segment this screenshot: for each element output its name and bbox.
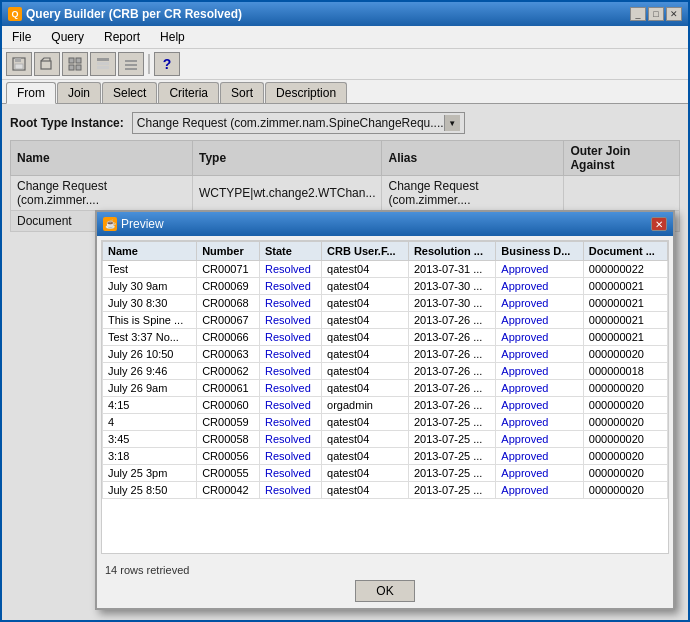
preview-cell-name: July 25 3pm — [103, 465, 197, 482]
preview-cell-crb_user: qatest04 — [322, 295, 409, 312]
tab-sort[interactable]: Sort — [220, 82, 264, 103]
preview-cell-name: 4:15 — [103, 397, 197, 414]
preview-cell-number: CR00062 — [197, 363, 260, 380]
dialog-close-button[interactable]: ✕ — [651, 217, 667, 231]
preview-cell-crb_user: qatest04 — [322, 414, 409, 431]
preview-col-number: Number — [197, 242, 260, 261]
save-toolbar-button[interactable] — [6, 52, 32, 76]
menu-bar: File Query Report Help — [2, 26, 688, 49]
preview-cell-resolution: 2013-07-26 ... — [408, 312, 495, 329]
tab-join[interactable]: Join — [57, 82, 101, 103]
preview-cell-crb_user: qatest04 — [322, 363, 409, 380]
preview-cell-number: CR00056 — [197, 448, 260, 465]
dialog-footer: 14 rows retrieved OK — [97, 558, 673, 608]
table-toolbar-button[interactable] — [90, 52, 116, 76]
preview-cell-resolution: 2013-07-25 ... — [408, 465, 495, 482]
preview-table-row[interactable]: This is Spine ...CR00067Resolvedqatest04… — [103, 312, 668, 329]
preview-table-row[interactable]: July 26 10:50CR00063Resolvedqatest042013… — [103, 346, 668, 363]
svg-rect-12 — [125, 64, 137, 66]
tab-bar: From Join Select Criteria Sort Descripti… — [2, 80, 688, 104]
title-controls: _ □ ✕ — [630, 7, 682, 21]
preview-cell-document: 000000020 — [583, 414, 667, 431]
preview-cell-document: 000000020 — [583, 397, 667, 414]
app-icon: Q — [8, 7, 22, 21]
preview-cell-document: 000000021 — [583, 329, 667, 346]
dialog-title-left: ☕ Preview — [103, 217, 164, 231]
preview-table-row[interactable]: Test 3:37 No...CR00066Resolvedqatest0420… — [103, 329, 668, 346]
preview-cell-business: Approved — [496, 465, 583, 482]
preview-cell-number: CR00067 — [197, 312, 260, 329]
preview-table-row[interactable]: 3:18CR00056Resolvedqatest042013-07-25 ..… — [103, 448, 668, 465]
preview-cell-document: 000000020 — [583, 465, 667, 482]
preview-table-row[interactable]: July 30 9amCR00069Resolvedqatest042013-0… — [103, 278, 668, 295]
preview-cell-state: Resolved — [259, 363, 321, 380]
preview-cell-business: Approved — [496, 312, 583, 329]
help-toolbar-button[interactable]: ? — [154, 52, 180, 76]
preview-cell-resolution: 2013-07-26 ... — [408, 363, 495, 380]
preview-table-row[interactable]: 4:15CR00060Resolvedorgadmin2013-07-26 ..… — [103, 397, 668, 414]
preview-cell-number: CR00066 — [197, 329, 260, 346]
preview-table-row[interactable]: July 25 8:50CR00042Resolvedqatest042013-… — [103, 482, 668, 499]
svg-rect-13 — [125, 68, 137, 70]
preview-cell-state: Resolved — [259, 397, 321, 414]
preview-cell-crb_user: qatest04 — [322, 465, 409, 482]
preview-cell-state: Resolved — [259, 295, 321, 312]
preview-cell-business: Approved — [496, 329, 583, 346]
preview-cell-number: CR00063 — [197, 346, 260, 363]
preview-table-row[interactable]: 3:45CR00058Resolvedqatest042013-07-25 ..… — [103, 431, 668, 448]
tab-select[interactable]: Select — [102, 82, 157, 103]
preview-cell-state: Resolved — [259, 482, 321, 499]
maximize-button[interactable]: □ — [648, 7, 664, 21]
ok-button[interactable]: OK — [355, 580, 414, 602]
preview-table-row[interactable]: 4CR00059Resolvedqatest042013-07-25 ...Ap… — [103, 414, 668, 431]
tab-from[interactable]: From — [6, 82, 56, 104]
preview-table-row[interactable]: July 26 9:46CR00062Resolvedqatest042013-… — [103, 363, 668, 380]
grid-toolbar-button[interactable] — [62, 52, 88, 76]
menu-query[interactable]: Query — [45, 28, 90, 46]
toolbar-separator — [148, 54, 150, 74]
preview-cell-business: Approved — [496, 346, 583, 363]
svg-rect-7 — [76, 65, 81, 70]
preview-cell-document: 000000020 — [583, 431, 667, 448]
open-toolbar-button[interactable] — [34, 52, 60, 76]
dialog-title-text: Preview — [121, 217, 164, 231]
preview-cell-document: 000000021 — [583, 278, 667, 295]
title-bar-left: Q Query Builder (CRB per CR Resolved) — [8, 7, 242, 21]
preview-cell-name: July 30 9am — [103, 278, 197, 295]
preview-cell-business: Approved — [496, 278, 583, 295]
dialog-buttons: OK — [105, 580, 665, 602]
preview-table-row[interactable]: July 25 3pmCR00055Resolvedqatest042013-0… — [103, 465, 668, 482]
preview-cell-number: CR00059 — [197, 414, 260, 431]
menu-help[interactable]: Help — [154, 28, 191, 46]
menu-file[interactable]: File — [6, 28, 37, 46]
minimize-button[interactable]: _ — [630, 7, 646, 21]
preview-cell-business: Approved — [496, 482, 583, 499]
preview-col-business: Business D... — [496, 242, 583, 261]
preview-cell-state: Resolved — [259, 465, 321, 482]
title-bar: Q Query Builder (CRB per CR Resolved) _ … — [2, 2, 688, 26]
preview-cell-document: 000000020 — [583, 448, 667, 465]
preview-cell-document: 000000018 — [583, 363, 667, 380]
tab-description[interactable]: Description — [265, 82, 347, 103]
preview-cell-business: Approved — [496, 261, 583, 278]
list-toolbar-button[interactable] — [118, 52, 144, 76]
preview-cell-resolution: 2013-07-26 ... — [408, 346, 495, 363]
preview-cell-number: CR00055 — [197, 465, 260, 482]
preview-cell-name: 3:18 — [103, 448, 197, 465]
preview-table-row[interactable]: TestCR00071Resolvedqatest042013-07-31 ..… — [103, 261, 668, 278]
tab-criteria[interactable]: Criteria — [158, 82, 219, 103]
preview-table-row[interactable]: July 30 8:30CR00068Resolvedqatest042013-… — [103, 295, 668, 312]
preview-cell-state: Resolved — [259, 380, 321, 397]
preview-table: Name Number State CRB User.F... Resoluti… — [102, 241, 668, 499]
preview-table-row[interactable]: July 26 9amCR00061Resolvedqatest042013-0… — [103, 380, 668, 397]
preview-cell-name: 4 — [103, 414, 197, 431]
preview-cell-name: Test 3:37 No... — [103, 329, 197, 346]
preview-cell-resolution: 2013-07-31 ... — [408, 261, 495, 278]
preview-cell-resolution: 2013-07-30 ... — [408, 278, 495, 295]
preview-cell-crb_user: qatest04 — [322, 312, 409, 329]
close-button[interactable]: ✕ — [666, 7, 682, 21]
menu-report[interactable]: Report — [98, 28, 146, 46]
preview-cell-state: Resolved — [259, 346, 321, 363]
preview-cell-business: Approved — [496, 397, 583, 414]
svg-rect-4 — [69, 58, 74, 63]
